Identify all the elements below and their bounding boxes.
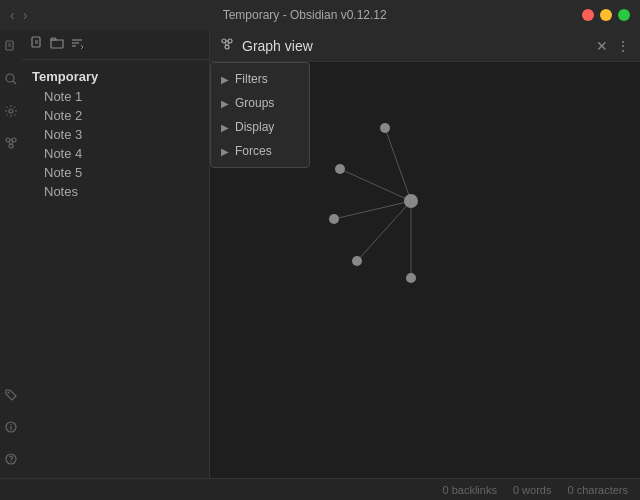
graph-node-1[interactable]: [335, 164, 345, 174]
filters-label: Filters: [235, 72, 268, 86]
new-folder-icon[interactable]: [50, 36, 64, 53]
file-item-note4[interactable]: Note 4: [22, 144, 209, 163]
display-label: Display: [235, 120, 274, 134]
maximize-window-button[interactable]: [618, 9, 630, 21]
words-status: 0 words: [513, 484, 552, 496]
tag-sidebar-icon[interactable]: [2, 386, 20, 404]
file-item-note1[interactable]: Note 1: [22, 87, 209, 106]
graph-more-button[interactable]: ⋮: [616, 38, 630, 54]
file-item-note5[interactable]: Note 5: [22, 163, 209, 182]
dropdown-forces[interactable]: ▶ Forces: [211, 139, 309, 163]
backlinks-status: 0 backlinks: [443, 484, 497, 496]
window-title: Temporary - Obsidian v0.12.12: [27, 8, 582, 22]
graph-dropdown-menu: ▶ Filters ▶ Groups ▶ Display ▶ Forces: [210, 62, 310, 168]
characters-status: 0 characters: [567, 484, 628, 496]
close-window-button[interactable]: [582, 9, 594, 21]
graph-header: Graph view ✕ ⋮: [210, 30, 640, 62]
graph-close-button[interactable]: ✕: [596, 38, 608, 54]
main-area: Temporary Note 1 Note 2 Note 3 Note 4 No…: [0, 30, 640, 478]
svg-point-12: [8, 392, 10, 394]
back-arrow-icon[interactable]: ‹: [10, 7, 15, 23]
forces-arrow-icon: ▶: [221, 146, 229, 157]
file-explorer: Temporary Note 1 Note 2 Note 3 Note 4 No…: [22, 30, 210, 478]
groups-label: Groups: [235, 96, 274, 110]
graph-panel-title: Graph view: [242, 38, 588, 54]
graph-node-4[interactable]: [352, 256, 362, 266]
svg-point-3: [6, 74, 14, 82]
graph-panel: Graph view ✕ ⋮ ▶ Filters ▶ Groups ▶ Disp…: [210, 30, 640, 478]
groups-arrow-icon: ▶: [221, 98, 229, 109]
graph-panel-icon: [220, 37, 234, 54]
filters-arrow-icon: ▶: [221, 74, 229, 85]
file-item-note2[interactable]: Note 2: [22, 106, 209, 125]
file-item-note3[interactable]: Note 3: [22, 125, 209, 144]
files-sidebar-icon[interactable]: [2, 38, 20, 56]
dropdown-filters[interactable]: ▶ Filters: [211, 67, 309, 91]
svg-point-8: [9, 144, 13, 148]
search-sidebar-icon[interactable]: [2, 70, 20, 88]
svg-point-17: [10, 461, 11, 462]
minimize-window-button[interactable]: [600, 9, 612, 21]
new-file-icon[interactable]: [30, 36, 44, 53]
icon-sidebar: [0, 30, 22, 478]
sort-icon[interactable]: [70, 36, 84, 53]
svg-rect-18: [32, 37, 40, 47]
help-sidebar-icon[interactable]: [2, 450, 20, 468]
forces-label: Forces: [235, 144, 272, 158]
graph-sidebar-icon[interactable]: [2, 134, 20, 152]
svg-line-33: [357, 201, 411, 261]
svg-point-26: [225, 45, 229, 49]
dropdown-display[interactable]: ▶ Display: [211, 115, 309, 139]
svg-point-15: [10, 424, 11, 425]
svg-point-5: [9, 109, 13, 113]
file-tree: Temporary Note 1 Note 2 Note 3 Note 4 No…: [22, 60, 209, 207]
dropdown-groups[interactable]: ▶ Groups: [211, 91, 309, 115]
settings-sidebar-icon[interactable]: [2, 102, 20, 120]
graph-node-2[interactable]: [404, 194, 418, 208]
folder-label[interactable]: Temporary: [22, 66, 209, 87]
svg-line-32: [334, 201, 411, 219]
info-sidebar-icon[interactable]: [2, 418, 20, 436]
graph-node-3[interactable]: [329, 214, 339, 224]
graph-header-controls: ✕ ⋮: [596, 38, 630, 54]
svg-line-30: [385, 128, 411, 201]
svg-line-31: [340, 169, 411, 201]
status-bar: 0 backlinks 0 words 0 characters: [0, 478, 640, 500]
file-explorer-toolbar: [22, 30, 209, 60]
icon-sidebar-bottom: [2, 386, 20, 478]
title-nav: ‹ ›: [10, 7, 27, 23]
window-controls: [582, 9, 630, 21]
file-item-notes[interactable]: Notes: [22, 182, 209, 201]
graph-node-0[interactable]: [380, 123, 390, 133]
display-arrow-icon: ▶: [221, 122, 229, 133]
graph-node-5[interactable]: [406, 273, 416, 283]
svg-line-4: [13, 81, 16, 84]
title-bar: ‹ › Temporary - Obsidian v0.12.12: [0, 0, 640, 30]
